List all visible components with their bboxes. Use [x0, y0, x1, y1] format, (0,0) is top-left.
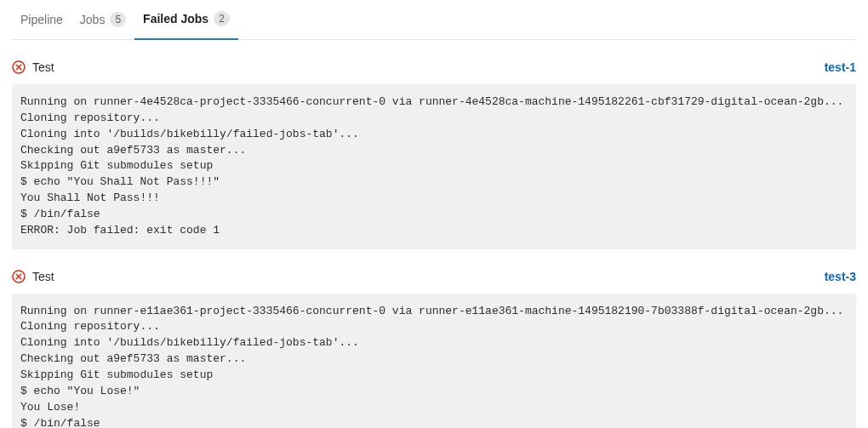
job-header: Test test-3 — [12, 270, 856, 294]
job-name-link[interactable]: test-3 — [825, 270, 856, 283]
tab-pipeline[interactable]: Pipeline — [12, 1, 71, 40]
pipeline-tabs: Pipeline Jobs 5 Failed Jobs 2 — [12, 0, 856, 40]
stage-name: Test — [32, 60, 54, 74]
failed-status-icon — [12, 270, 26, 283]
tab-jobs[interactable]: Jobs 5 — [71, 1, 134, 40]
tab-count-badge: 5 — [110, 12, 126, 27]
job-log-output: Running on runner-e11ae361-project-33354… — [12, 294, 856, 428]
tab-label: Failed Jobs — [143, 12, 208, 26]
job-header-left: Test — [12, 270, 54, 283]
failed-job-entry: Test test-1 Running on runner-4e4528ca-p… — [12, 40, 856, 249]
stage-name: Test — [32, 270, 54, 283]
tab-label: Jobs — [80, 13, 106, 26]
tab-count-badge: 2 — [214, 11, 230, 26]
failed-status-icon — [12, 60, 26, 74]
job-log-output: Running on runner-4e4528ca-project-33354… — [12, 84, 856, 249]
tab-label: Pipeline — [20, 13, 63, 26]
job-header: Test test-1 — [12, 60, 856, 84]
job-header-left: Test — [12, 60, 54, 74]
failed-job-entry: Test test-3 Running on runner-e11ae361-p… — [12, 249, 856, 428]
job-name-link[interactable]: test-1 — [825, 60, 856, 74]
tab-failed-jobs[interactable]: Failed Jobs 2 — [134, 1, 238, 40]
